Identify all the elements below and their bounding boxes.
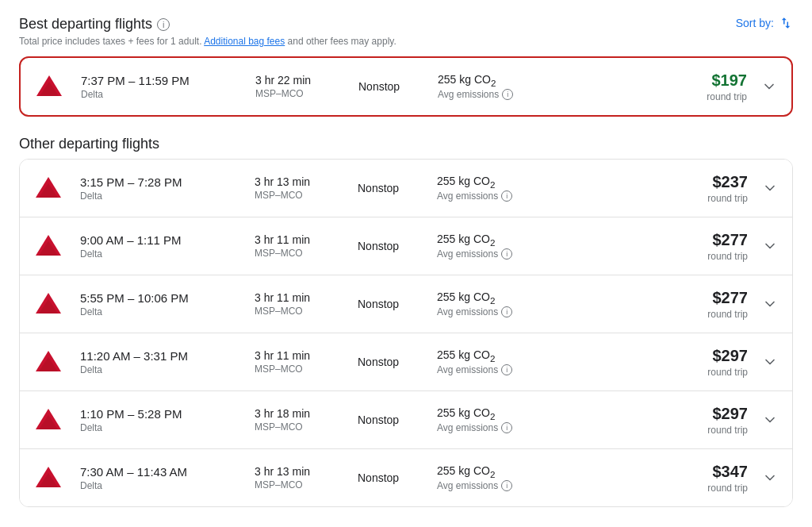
flight-times: 11:20 AM – 3:31 PM xyxy=(80,349,255,363)
flight-expand-button[interactable] xyxy=(757,233,783,259)
flight-price-col: $347 round trip xyxy=(564,463,754,494)
subtitle: Total price includes taxes + fees for 1 … xyxy=(19,36,396,47)
flight-stops: Nonstop xyxy=(358,356,437,368)
flight-duration-col: 3 hr 11 min MSP–MCO xyxy=(255,233,358,259)
flight-times-col: 11:20 AM – 3:31 PM Delta xyxy=(80,349,255,375)
flight-times-col: 7:30 AM – 11:43 AM Delta xyxy=(80,465,255,491)
flight-price: $277 xyxy=(564,231,748,249)
best-flight-times-col: 7:37 PM – 11:59 PM Delta xyxy=(81,74,255,100)
airline-logo xyxy=(33,462,64,494)
flight-duration-col: 3 hr 13 min MSP–MCO xyxy=(255,175,358,201)
flight-route: MSP–MCO xyxy=(255,479,358,490)
flight-airline: Delta xyxy=(80,306,255,317)
flight-row[interactable]: 11:20 AM – 3:31 PM Delta 3 hr 11 min MSP… xyxy=(20,333,792,391)
flight-emissions: 255 kg CO2 xyxy=(437,290,564,306)
best-flight-price-col: $197 round trip xyxy=(565,71,753,102)
flights-list: 3:15 PM – 7:28 PM Delta 3 hr 13 min MSP–… xyxy=(19,159,793,507)
flight-emissions-col: 255 kg CO2 Avg emissions i xyxy=(437,175,564,202)
chevron-down-icon xyxy=(762,412,778,428)
subtitle-text: Total price includes taxes + fees for 1 … xyxy=(19,36,201,47)
sort-arrows-svg xyxy=(779,16,793,30)
delta-logo-svg xyxy=(35,72,63,101)
best-flight-expand-button[interactable] xyxy=(756,74,782,99)
subtitle-suffix: and other fees may apply. xyxy=(288,36,396,47)
flight-stops: Nonstop xyxy=(358,471,437,484)
emissions-info-icon[interactable]: i xyxy=(501,422,512,433)
flight-airline: Delta xyxy=(80,422,255,433)
emissions-info-icon[interactable]: i xyxy=(502,89,513,100)
airline-logo xyxy=(33,404,64,436)
flight-price: $297 xyxy=(564,347,748,365)
flight-times: 9:00 AM – 1:11 PM xyxy=(80,233,255,247)
delta-logo-svg xyxy=(34,464,63,492)
flight-price-sub: round trip xyxy=(564,193,748,204)
airline-logo xyxy=(33,230,64,262)
best-flight-emissions-sub: Avg emissions i xyxy=(438,89,565,100)
flight-row[interactable]: 7:30 AM – 11:43 AM Delta 3 hr 13 min MSP… xyxy=(20,449,792,506)
flight-expand-button[interactable] xyxy=(757,175,783,201)
sort-icon xyxy=(779,16,793,30)
flight-airline: Delta xyxy=(80,480,255,491)
delta-logo-svg xyxy=(34,290,63,318)
airline-logo xyxy=(33,288,64,320)
flight-price: $347 xyxy=(564,463,748,481)
best-flight-emissions-col: 255 kg CO2 Avg emissions i xyxy=(438,73,565,101)
flight-emissions: 255 kg CO2 xyxy=(437,348,564,364)
title-info-icon[interactable]: i xyxy=(157,18,170,31)
flight-duration: 3 hr 13 min xyxy=(255,175,358,188)
best-flight-card[interactable]: 7:37 PM – 11:59 PM Delta 3 hr 22 min MSP… xyxy=(19,56,793,117)
page-header: Best departing flights i Total price inc… xyxy=(19,16,793,47)
flight-emissions-sub: Avg emissions i xyxy=(437,480,564,491)
flight-duration: 3 hr 11 min xyxy=(255,291,358,304)
best-flight-airline: Delta xyxy=(81,89,255,100)
flight-route: MSP–MCO xyxy=(255,190,358,201)
best-flight-stops: Nonstop xyxy=(358,80,438,93)
flight-emissions-sub: Avg emissions i xyxy=(437,248,564,260)
flight-price-col: $277 round trip xyxy=(564,289,754,320)
flight-price-sub: round trip xyxy=(564,309,748,320)
emissions-info-icon[interactable]: i xyxy=(501,190,512,202)
emissions-info-icon[interactable]: i xyxy=(501,364,512,375)
emissions-info-icon[interactable]: i xyxy=(501,306,512,317)
flight-row[interactable]: 9:00 AM – 1:11 PM Delta 3 hr 11 min MSP–… xyxy=(20,217,792,275)
title-text: Best departing flights xyxy=(19,16,152,33)
sort-by-control[interactable]: Sort by: xyxy=(736,16,793,30)
chevron-down-icon xyxy=(762,354,778,370)
flight-price-col: $237 round trip xyxy=(564,173,754,204)
flight-expand-button[interactable] xyxy=(757,465,783,490)
flight-times: 5:55 PM – 10:06 PM xyxy=(80,291,255,305)
flight-expand-button[interactable] xyxy=(757,291,783,317)
flight-stops: Nonstop xyxy=(358,240,437,252)
flight-expand-button[interactable] xyxy=(757,407,783,433)
flight-duration-col: 3 hr 13 min MSP–MCO xyxy=(255,465,358,490)
emissions-info-icon[interactable]: i xyxy=(501,480,512,491)
bag-fees-link[interactable]: Additional bag fees xyxy=(204,36,285,47)
flight-row[interactable]: 1:10 PM – 5:28 PM Delta 3 hr 18 min MSP–… xyxy=(20,391,792,449)
flight-route: MSP–MCO xyxy=(255,421,358,433)
flight-route: MSP–MCO xyxy=(255,364,358,375)
flight-row[interactable]: 5:55 PM – 10:06 PM Delta 3 hr 11 min MSP… xyxy=(20,275,792,333)
flight-stops: Nonstop xyxy=(358,414,437,426)
airline-logo xyxy=(33,346,64,378)
flight-price-sub: round trip xyxy=(564,251,748,262)
flight-airline: Delta xyxy=(80,248,255,260)
flight-price-sub: round trip xyxy=(564,483,748,494)
flight-emissions-col: 255 kg CO2 Avg emissions i xyxy=(437,406,564,434)
emissions-info-icon[interactable]: i xyxy=(501,248,512,260)
flight-row[interactable]: 3:15 PM – 7:28 PM Delta 3 hr 13 min MSP–… xyxy=(20,160,792,217)
flight-emissions-sub: Avg emissions i xyxy=(437,422,564,433)
flight-price-sub: round trip xyxy=(564,367,748,378)
flight-emissions: 255 kg CO2 xyxy=(437,464,564,479)
best-flight-price-sub: round trip xyxy=(565,91,747,102)
flight-route: MSP–MCO xyxy=(255,248,358,259)
best-flight-duration-col: 3 hr 22 min MSP–MCO xyxy=(255,74,358,99)
delta-logo-svg xyxy=(34,348,63,376)
chevron-down-icon xyxy=(761,79,777,94)
flight-price: $277 xyxy=(564,289,748,307)
best-flight-airline-logo xyxy=(33,71,65,102)
flight-price-col: $297 round trip xyxy=(564,347,754,378)
flight-expand-button[interactable] xyxy=(757,349,783,375)
flight-times-col: 3:15 PM – 7:28 PM Delta xyxy=(80,175,255,202)
flight-emissions-col: 255 kg CO2 Avg emissions i xyxy=(437,464,564,492)
flight-price: $237 xyxy=(564,173,748,191)
